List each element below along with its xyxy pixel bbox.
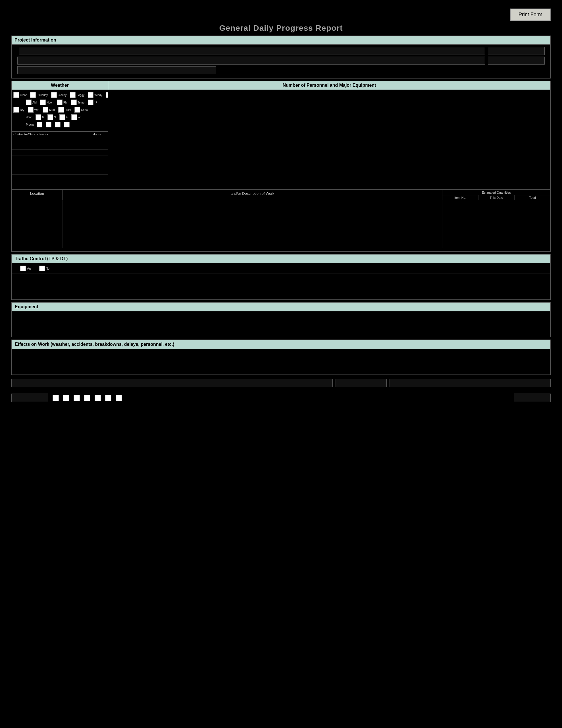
bottom-input-1[interactable] [11, 394, 48, 402]
location-input[interactable] [17, 66, 216, 74]
bottom-cb-box-6[interactable] [105, 395, 111, 401]
work-data-thisdate-5[interactable] [478, 232, 514, 240]
bottom-cb-box-5[interactable] [95, 395, 101, 401]
bottom-cb-box-7[interactable] [116, 395, 122, 401]
personnel-content[interactable] [108, 90, 550, 189]
work-data-total-4[interactable] [514, 224, 550, 232]
hours-data-col-3[interactable] [91, 150, 108, 156]
work-data-desc-5[interactable] [63, 232, 442, 240]
work-data-total-3[interactable] [514, 216, 550, 224]
cb-clear-label: Clear [20, 94, 27, 97]
work-data-desc-2[interactable] [63, 208, 442, 216]
sig-input-1[interactable] [11, 379, 333, 387]
date-input[interactable] [488, 47, 545, 55]
cb-pcloudy-box[interactable] [30, 92, 36, 98]
bottom-cb-3 [74, 395, 80, 401]
weather-row-1: Clear P.Cloudy Cloudy Foggy [13, 92, 106, 98]
cb-f-box[interactable] [88, 100, 94, 105]
contractor-data-col-5[interactable] [12, 162, 91, 168]
cb-am-box[interactable] [26, 100, 32, 105]
cb-n-box[interactable] [36, 114, 41, 120]
traffic-cb-no-box[interactable] [39, 266, 45, 271]
cb-mud-label: Mud [49, 108, 55, 111]
cb-precip2-box[interactable] [46, 122, 51, 127]
work-data-thisdate-1[interactable] [478, 200, 514, 208]
project-name-input[interactable] [19, 47, 485, 55]
work-data-item-5[interactable] [442, 232, 478, 240]
cb-temp-box[interactable] [71, 100, 77, 105]
work-data-loc-4[interactable] [12, 224, 63, 232]
work-data-item-1[interactable] [442, 200, 478, 208]
work-data-item-4[interactable] [442, 224, 478, 232]
work-data-total-6[interactable] [514, 240, 550, 248]
cb-mud-box[interactable] [43, 107, 48, 113]
cb-frost-box[interactable] [58, 107, 64, 113]
work-data-loc-6[interactable] [12, 240, 63, 248]
contractor-data-col-6[interactable] [12, 168, 91, 174]
work-data-loc-2[interactable] [12, 208, 63, 216]
work-data-total-1[interactable] [514, 200, 550, 208]
print-button[interactable]: Print Form [510, 9, 551, 21]
hours-data-col-6[interactable] [91, 168, 108, 174]
cb-clear-box[interactable] [13, 92, 19, 98]
cb-pm-box[interactable] [57, 100, 63, 105]
cb-e-box[interactable] [59, 114, 65, 120]
cb-w-box[interactable] [71, 114, 77, 120]
work-data-item-3[interactable] [442, 216, 478, 224]
cb-wet-box[interactable] [28, 107, 34, 113]
sig-input-2[interactable] [335, 379, 387, 387]
hours-data-col-1[interactable] [91, 137, 108, 143]
sig-input-3[interactable] [389, 379, 551, 387]
contractor-table-header: Contractor/Subcontractor Hours [12, 131, 108, 137]
work-data-desc-4[interactable] [63, 224, 442, 232]
contractor-data-col-1[interactable] [12, 137, 91, 143]
contractor-data-col-2[interactable] [12, 143, 91, 149]
hours-data-col-2[interactable] [91, 143, 108, 149]
cb-precip3-box[interactable] [55, 122, 61, 127]
traffic-cb-yes-box[interactable] [20, 266, 26, 271]
hours-data-col-7[interactable] [91, 175, 108, 181]
work-data-total-2[interactable] [514, 208, 550, 216]
equipment-textarea[interactable] [12, 311, 550, 337]
work-data-thisdate-4[interactable] [478, 224, 514, 232]
cb-noon-box[interactable] [40, 100, 46, 105]
contractor-data-col-4[interactable] [12, 156, 91, 162]
contractor-data-row-3 [12, 149, 108, 156]
cb-cloudy-box[interactable] [51, 92, 57, 98]
work-data-desc-3[interactable] [63, 216, 442, 224]
contractor-data-col-3[interactable] [12, 150, 91, 156]
work-data-item-2[interactable] [442, 208, 478, 216]
work-data-desc-6[interactable] [63, 240, 442, 248]
bottom-cb-box-3[interactable] [74, 395, 80, 401]
work-data-thisdate-6[interactable] [478, 240, 514, 248]
contractor-data-col-7[interactable] [12, 175, 91, 181]
work-data-loc-3[interactable] [12, 216, 63, 224]
cb-foggy-box[interactable] [70, 92, 76, 98]
traffic-textarea[interactable] [12, 274, 550, 299]
bottom-cb-box-2[interactable] [63, 395, 69, 401]
hours-data-col-4[interactable] [91, 156, 108, 162]
work-data-desc-1[interactable] [63, 200, 442, 208]
contractor-input[interactable] [17, 57, 485, 65]
contractor-data-row-1 [12, 137, 108, 143]
work-data-thisdate-2[interactable] [478, 208, 514, 216]
cb-snow-box[interactable] [74, 107, 80, 113]
work-data-loc-5[interactable] [12, 232, 63, 240]
cb-s-box[interactable] [47, 114, 53, 120]
cb-dry-box[interactable] [13, 107, 19, 113]
bottom-cb-box-1[interactable] [53, 395, 59, 401]
contract-no-input[interactable] [488, 57, 545, 65]
work-data-loc-1[interactable] [12, 200, 63, 208]
work-data-total-5[interactable] [514, 232, 550, 240]
bottom-input-end[interactable] [514, 394, 551, 402]
form-title: General Daily Progress Report [11, 24, 551, 33]
effects-textarea[interactable] [12, 349, 550, 375]
bottom-cb-box-4[interactable] [84, 395, 90, 401]
work-data-thisdate-3[interactable] [478, 216, 514, 224]
work-header-row: Location and/or Description of Work Esti… [12, 190, 550, 200]
work-data-item-6[interactable] [442, 240, 478, 248]
cb-precip1-box[interactable] [37, 122, 42, 127]
hours-data-col-5[interactable] [91, 162, 108, 168]
cb-precip4-box[interactable] [64, 122, 70, 127]
cb-windy-box[interactable] [88, 92, 94, 98]
